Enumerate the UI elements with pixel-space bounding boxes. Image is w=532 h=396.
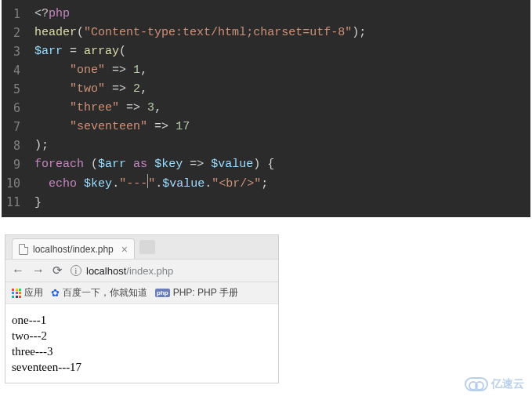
code-token: ,	[140, 82, 147, 96]
tab-title: localhost/index.php	[33, 244, 114, 255]
code-token: "seventeen"	[70, 120, 147, 133]
code-token: (	[119, 45, 126, 58]
code-token: "three"	[70, 101, 119, 114]
code-token: 1	[133, 64, 140, 77]
code-token: "---	[119, 177, 147, 191]
line-number: 10	[6, 174, 20, 193]
code-token: php	[49, 7, 70, 20]
line-number: 8	[6, 136, 20, 155]
code-token: $arr	[34, 45, 63, 58]
line-number: 6	[6, 99, 20, 118]
code-token: =>	[105, 82, 133, 96]
code-token: 2	[133, 82, 140, 96]
apps-icon	[12, 289, 21, 298]
line-number: 3	[6, 42, 20, 61]
code-token: ) {	[253, 158, 274, 171]
code-token: $key	[84, 177, 112, 191]
code-token: "Content-type:text/html;charset=utf-8"	[84, 26, 352, 39]
site-info-icon[interactable]: i	[71, 265, 81, 276]
code-token	[77, 177, 84, 191]
code-content[interactable]: <?php header("Content-type:text/html;cha…	[28, 0, 372, 217]
address-bar[interactable]: i localhost/index.php	[71, 265, 272, 277]
code-token: 3	[147, 101, 154, 114]
code-token: header	[34, 26, 77, 39]
code-token: as	[126, 158, 154, 171]
new-tab-button[interactable]	[139, 240, 155, 254]
code-token: );	[34, 139, 49, 152]
code-token: "<br/>"	[212, 177, 261, 191]
browser-tab[interactable]: localhost/index.php ×	[12, 238, 135, 259]
code-token: =>	[119, 101, 147, 114]
close-icon[interactable]: ×	[121, 243, 128, 256]
line-number: 2	[6, 24, 20, 42]
back-icon[interactable]: ←	[12, 263, 24, 278]
code-token: =>	[147, 120, 176, 133]
bookmark-baidu[interactable]: ✿ 百度一下，你就知道	[51, 286, 147, 300]
code-token: =>	[183, 158, 211, 171]
code-token: .	[204, 177, 212, 191]
line-number: 9	[6, 155, 20, 174]
code-token: .	[112, 177, 119, 191]
code-token: "one"	[70, 64, 105, 77]
code-token: (	[77, 26, 84, 39]
code-token: =	[63, 45, 84, 58]
code-token: "	[148, 177, 155, 191]
reload-icon[interactable]: ⟳	[52, 263, 63, 278]
bookmark-label: 百度一下，你就知道	[63, 286, 147, 300]
code-token: $key	[154, 158, 183, 171]
line-number: 7	[6, 118, 20, 136]
page-icon	[19, 244, 28, 255]
url-host: localhost	[86, 265, 126, 277]
code-token: =>	[105, 64, 133, 77]
output-line: seventeen---17	[12, 359, 272, 375]
browser-window: localhost/index.php × ← → ⟳ i localhost/…	[5, 234, 279, 383]
watermark-icon	[465, 377, 488, 391]
code-token: echo	[49, 177, 77, 191]
forward-icon[interactable]: →	[32, 263, 45, 278]
apps-shortcut[interactable]: 应用	[12, 286, 43, 300]
watermark-text: 亿速云	[491, 377, 524, 391]
bookmark-php[interactable]: php PHP: PHP 手册	[155, 286, 238, 300]
code-token: ,	[140, 64, 147, 77]
output-line: three---3	[12, 343, 272, 359]
line-number: 5	[6, 80, 20, 99]
line-number: 4	[6, 61, 20, 80]
code-token: );	[352, 26, 366, 39]
code-token: <?	[34, 7, 49, 20]
line-number: 11	[6, 193, 20, 212]
code-token: array	[84, 45, 119, 58]
code-token: $value	[162, 177, 204, 191]
code-token: .	[155, 177, 162, 191]
code-token: "two"	[70, 82, 105, 96]
bookmarks-bar: 应用 ✿ 百度一下，你就知道 php PHP: PHP 手册	[5, 282, 278, 304]
browser-tabstrip: localhost/index.php ×	[5, 235, 278, 259]
code-token: foreach	[34, 158, 84, 171]
code-token: $arr	[98, 158, 126, 171]
code-token: ;	[261, 177, 268, 191]
line-number-gutter: 1 2 3 4 5 6 7 8 9 10 11	[2, 0, 28, 217]
code-token: 17	[176, 120, 190, 133]
url-path: /index.php	[126, 265, 173, 277]
bookmark-label: PHP: PHP 手册	[173, 286, 238, 300]
baidu-icon: ✿	[51, 287, 60, 299]
page-content: one---1 two---2 three---3 seventeen---17	[5, 304, 278, 383]
line-number: 1	[6, 5, 20, 24]
watermark: 亿速云	[465, 377, 524, 391]
bookmark-label: 应用	[24, 286, 43, 300]
output-line: one---1	[12, 312, 272, 328]
code-editor: 1 2 3 4 5 6 7 8 9 10 11 <?php header("Co…	[2, 0, 530, 217]
code-token: }	[34, 196, 42, 209]
browser-toolbar: ← → ⟳ i localhost/index.php	[5, 259, 278, 282]
code-token: (	[84, 158, 98, 171]
code-token: ,	[154, 101, 161, 114]
code-token: $value	[211, 158, 253, 171]
php-icon: php	[155, 289, 170, 297]
output-line: two---2	[12, 328, 272, 343]
